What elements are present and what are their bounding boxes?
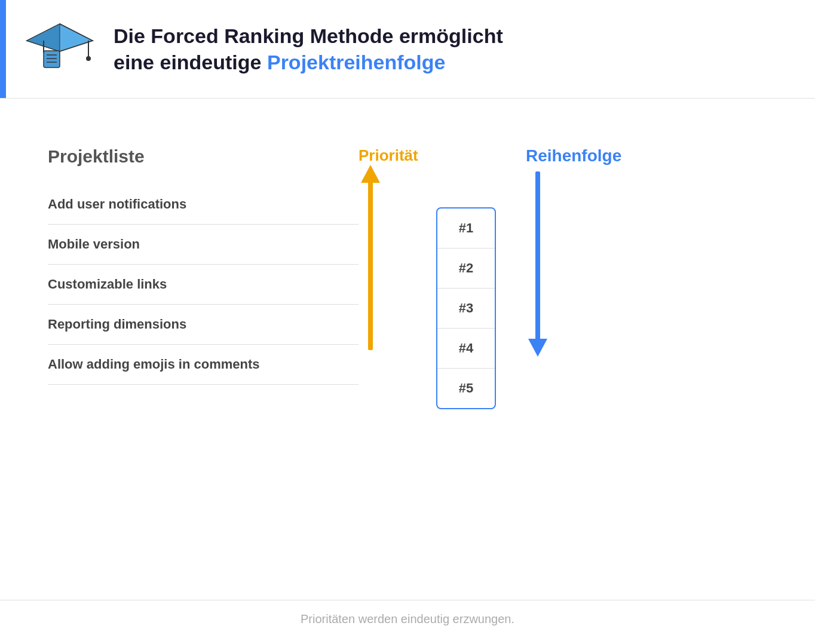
priority-up-arrow-icon bbox=[359, 165, 382, 350]
project-list-title: Projektliste bbox=[48, 146, 359, 167]
svg-rect-5 bbox=[44, 51, 60, 68]
reihenfolge-label: Reihenfolge bbox=[526, 146, 621, 165]
svg-point-4 bbox=[86, 56, 91, 61]
ranking-box: #1 #2 #3 #4 #5 bbox=[436, 207, 496, 409]
project-name: Mobile version bbox=[48, 237, 140, 252]
svg-marker-10 bbox=[361, 165, 380, 183]
svg-marker-13 bbox=[528, 339, 547, 357]
reihenfolge-down-arrow-icon bbox=[526, 171, 550, 357]
header-title: Die Forced Ranking Methode ermöglicht ei… bbox=[114, 23, 503, 75]
prioritat-area: Priorität bbox=[359, 146, 430, 350]
ranking-item: #3 bbox=[437, 289, 495, 329]
ranking-item: #5 bbox=[437, 369, 495, 408]
ranking-item: #2 bbox=[437, 249, 495, 289]
diagram-wrapper: Projektliste Add user notifications Mobi… bbox=[48, 146, 767, 409]
project-name: Reporting dimensions bbox=[48, 317, 186, 332]
svg-rect-12 bbox=[535, 171, 540, 340]
list-item: Reporting dimensions bbox=[48, 305, 359, 345]
list-item: Mobile version bbox=[48, 225, 359, 265]
project-list-section: Projektliste Add user notifications Mobi… bbox=[48, 146, 359, 385]
list-item: Customizable links bbox=[48, 265, 359, 305]
project-name: Allow adding emojis in comments bbox=[48, 357, 260, 372]
title-line2-normal: eine eindeutige bbox=[114, 51, 267, 73]
chart-section: Priorität #1 #2 #3 #4 #5 bbox=[359, 146, 767, 409]
ranking-item: #4 bbox=[437, 329, 495, 369]
graduation-cap-icon bbox=[24, 18, 96, 80]
header: Die Forced Ranking Methode ermöglicht ei… bbox=[0, 0, 815, 99]
footer: Prioritäten werden eindeutig erzwungen. bbox=[0, 600, 815, 626]
project-name: Customizable links bbox=[48, 277, 167, 292]
project-name: Add user notifications bbox=[48, 197, 186, 211]
ranking-box-wrapper: #1 #2 #3 #4 #5 bbox=[436, 177, 496, 409]
footer-text: Prioritäten werden eindeutig erzwungen. bbox=[301, 612, 514, 625]
list-item: Add user notifications bbox=[48, 185, 359, 225]
ranking-item: #1 bbox=[437, 208, 495, 249]
title-line2-highlight: Projektreihenfolge bbox=[267, 51, 446, 73]
list-item: Allow adding emojis in comments bbox=[48, 345, 359, 385]
title-line1: Die Forced Ranking Methode ermöglicht bbox=[114, 24, 503, 47]
svg-rect-11 bbox=[368, 182, 373, 350]
reihenfolge-area: Reihenfolge bbox=[496, 146, 621, 357]
main-content: Projektliste Add user notifications Mobi… bbox=[0, 99, 815, 433]
prioritat-label: Priorität bbox=[359, 146, 418, 165]
header-blue-bar bbox=[0, 0, 6, 98]
